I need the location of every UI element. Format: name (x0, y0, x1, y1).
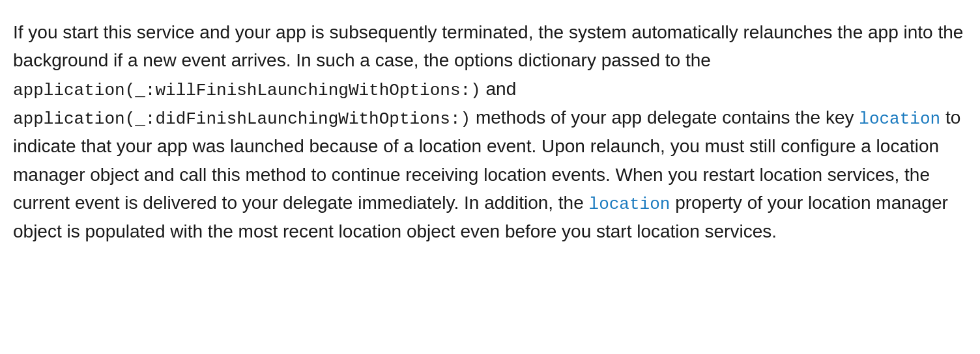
code-did-finish: application(_:didFinishLaunchingWithOpti… (13, 109, 470, 129)
main-content: If you start this service and your app i… (13, 18, 967, 246)
text-part3: methods of your app delegate contains th… (470, 107, 859, 128)
text-part1: If you start this service and your app i… (13, 22, 963, 70)
location-link-2[interactable]: location (589, 195, 670, 214)
description-paragraph: If you start this service and your app i… (13, 18, 967, 246)
code-will-finish: application(_:willFinishLaunchingWithOpt… (13, 81, 481, 100)
location-link-1[interactable]: location (859, 109, 940, 129)
text-part2: and (481, 79, 517, 99)
